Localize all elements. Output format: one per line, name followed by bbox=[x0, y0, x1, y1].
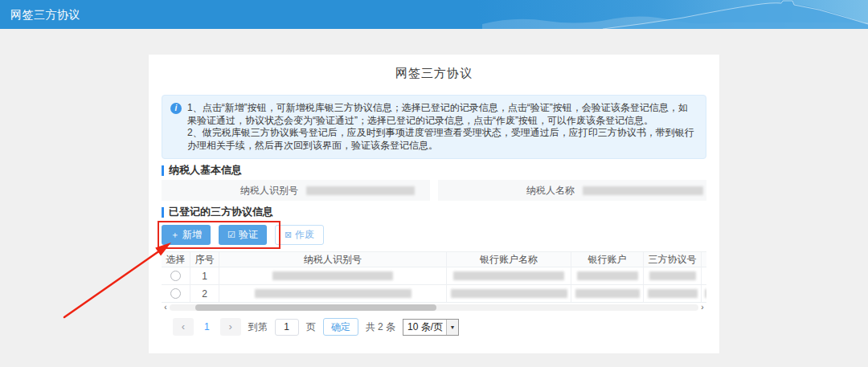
col-header-select: 选择 bbox=[162, 252, 190, 267]
confirm-button[interactable]: 确定 bbox=[323, 318, 358, 336]
main-card: 网签三方协议 i 1、点击“新增”按钮，可新增税库银三方协议信息；选择已登记的记… bbox=[149, 55, 719, 353]
scroll-right-icon[interactable]: › bbox=[698, 304, 706, 312]
notice-line-1: 1、点击“新增”按钮，可新增税库银三方协议信息；选择已登记的记录信息，点击“验证… bbox=[187, 102, 696, 127]
chevron-down-icon: ▼ bbox=[446, 320, 458, 335]
col-header-index: 序号 bbox=[190, 252, 219, 267]
redacted-cell bbox=[255, 289, 411, 298]
horizontal-scrollbar[interactable]: ‹ › bbox=[162, 304, 706, 312]
taxpayer-id-field: 纳税人识别号 bbox=[162, 180, 430, 201]
row-select-radio[interactable] bbox=[170, 271, 181, 281]
col-header-taxpayer-id: 纳税人识别号 bbox=[219, 252, 447, 267]
agreements-section-title: 已登记的三方协议信息 bbox=[162, 206, 706, 218]
notice-box: i 1、点击“新增”按钮，可新增税库银三方协议信息；选择已登记的记录信息，点击“… bbox=[162, 95, 706, 159]
redacted-cell bbox=[453, 271, 564, 280]
taxpayer-name-label: 纳税人名称 bbox=[438, 184, 575, 198]
redacted-cell bbox=[648, 289, 698, 298]
current-page[interactable]: 1 bbox=[201, 321, 213, 332]
info-icon: i bbox=[170, 103, 182, 114]
redacted-cell bbox=[451, 289, 567, 298]
page-title: 网签三方协议 bbox=[10, 0, 80, 29]
prev-page-button[interactable]: ‹ bbox=[173, 318, 194, 336]
card-title: 网签三方协议 bbox=[149, 55, 719, 80]
row-index: 2 bbox=[190, 285, 219, 303]
taxpayer-id-label: 纳税人识别号 bbox=[162, 184, 298, 198]
table-header-row: 选择 序号 纳税人识别号 银行账户名称 银行账户 三方协议号 bbox=[162, 251, 706, 267]
redacted-cell bbox=[577, 271, 638, 280]
redacted-taxpayer-id bbox=[306, 186, 415, 195]
col-header-bank-account: 银行账户 bbox=[571, 252, 644, 267]
verify-button[interactable]: ☑ 验证 bbox=[219, 225, 267, 245]
goto-suffix-label: 页 bbox=[306, 320, 316, 334]
section-bar-icon bbox=[162, 207, 164, 218]
row-index: 1 bbox=[190, 267, 219, 285]
col-header-agreement-no: 三方协议号 bbox=[644, 252, 702, 267]
scrollbar-track[interactable] bbox=[170, 304, 698, 311]
action-buttons: ＋ 新增 ☑ 验证 ⊠ 作废 bbox=[162, 225, 706, 245]
scrollbar-thumb[interactable] bbox=[195, 304, 436, 311]
redacted-taxpayer-name bbox=[583, 186, 703, 195]
goto-page-input[interactable] bbox=[275, 319, 299, 336]
table-row: 2 bbox=[162, 285, 706, 303]
pagination: ‹ 1 › 到第 页 确定 共 2 条 10 条/页 ▼ bbox=[162, 318, 706, 336]
row-select-radio[interactable] bbox=[170, 288, 181, 299]
agreements-table: 选择 序号 纳税人识别号 银行账户名称 银行账户 三方协议号 1 2 bbox=[162, 251, 706, 312]
table-row: 1 bbox=[162, 267, 706, 285]
check-square-icon: ☑ bbox=[227, 230, 235, 239]
taxpayer-name-field: 纳税人名称 bbox=[438, 180, 706, 201]
redacted-cell bbox=[649, 271, 696, 280]
total-count-label: 共 2 条 bbox=[366, 320, 395, 334]
void-icon: ⊠ bbox=[285, 230, 292, 239]
redacted-cell bbox=[272, 271, 393, 280]
taxpayer-section-title: 纳税人基本信息 bbox=[162, 164, 706, 177]
great-wall-illustration bbox=[482, 0, 868, 29]
plus-icon: ＋ bbox=[170, 230, 179, 239]
section-bar-icon bbox=[162, 165, 164, 176]
taxpayer-fields: 纳税人识别号 纳税人名称 bbox=[162, 180, 706, 201]
page-size-select[interactable]: 10 条/页 ▼ bbox=[403, 319, 459, 336]
next-page-button[interactable]: › bbox=[220, 318, 241, 336]
notice-line-2: 2、做完税库银三方协议账号登记后，应及时到事项进度管理查看受理状态，受理通过后，… bbox=[187, 127, 696, 152]
col-header-bank-account-name: 银行账户名称 bbox=[447, 252, 571, 267]
app-header: 网签三方协议 bbox=[0, 0, 868, 29]
redacted-cell bbox=[705, 289, 706, 298]
col-header-partial bbox=[702, 252, 706, 267]
goto-prefix-label: 到第 bbox=[248, 320, 268, 334]
scroll-left-icon[interactable]: ‹ bbox=[162, 304, 170, 312]
notice-text: 1、点击“新增”按钮，可新增税库银三方协议信息；选择已登记的记录信息，点击“验证… bbox=[187, 102, 696, 152]
redacted-cell bbox=[575, 289, 640, 298]
void-button[interactable]: ⊠ 作废 bbox=[275, 225, 324, 245]
add-button[interactable]: ＋ 新增 bbox=[162, 225, 211, 245]
